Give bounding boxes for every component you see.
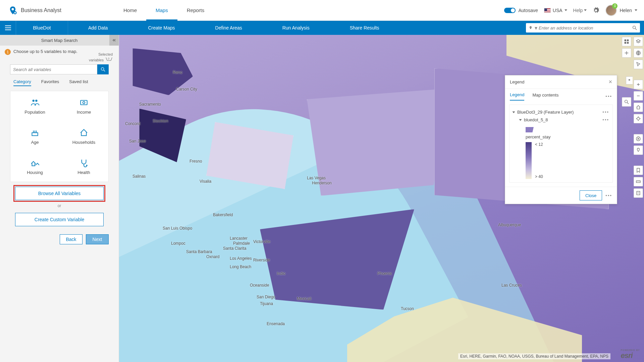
- map-tool-home[interactable]: [634, 103, 643, 112]
- svg-point-0: [14, 11, 16, 14]
- app-logo-block: Business Analyst: [0, 6, 80, 15]
- filter-tab-saved[interactable]: Saved list: [69, 79, 88, 86]
- basket-icon: 0: [105, 57, 113, 62]
- legend-tabs-more[interactable]: •••: [605, 94, 612, 99]
- city-label: Riverside: [253, 258, 270, 262]
- hint-text: Choose up to 5 variables to map.: [13, 49, 77, 54]
- plus-icon: [636, 82, 641, 87]
- legend-tab-contents[interactable]: Map contents: [532, 93, 558, 100]
- legend-panel: Legend × Legend Map contents ••• BlueDot…: [505, 75, 617, 204]
- svg-point-24: [625, 100, 628, 103]
- map-tool-note[interactable]: [634, 188, 643, 198]
- map-tool-measure[interactable]: [634, 177, 643, 186]
- help-menu[interactable]: Help: [573, 8, 587, 13]
- flag-icon: [628, 79, 631, 82]
- category-income[interactable]: Income: [59, 91, 108, 121]
- legend-header: Legend ×: [505, 75, 617, 89]
- project-name[interactable]: BlueDot: [16, 21, 68, 35]
- map-tool-zoom-in[interactable]: [634, 80, 643, 89]
- map-tool-add[interactable]: [622, 48, 631, 58]
- city-label: Concord: [125, 121, 140, 126]
- ramp-min: < 12: [535, 142, 543, 147]
- autosave-toggle[interactable]: Autosave: [504, 8, 538, 13]
- expand-icon: [519, 119, 522, 121]
- layer-more-button[interactable]: •••: [602, 110, 609, 115]
- next-button[interactable]: Next: [86, 234, 109, 244]
- category-population[interactable]: Population: [10, 91, 59, 121]
- category-grid: Population Income Age Households Housing…: [10, 91, 109, 182]
- selected-variables-counter[interactable]: Selected variables 0: [89, 52, 113, 62]
- esri-text: esri: [621, 351, 633, 360]
- category-households[interactable]: Households: [59, 121, 108, 152]
- city-label: Oxnard: [206, 254, 219, 259]
- map-tool-pointer[interactable]: [634, 60, 643, 69]
- map-tool-column-right: [633, 35, 644, 362]
- map-tool-layers[interactable]: [634, 37, 643, 46]
- svg-rect-16: [627, 40, 629, 41]
- city-label: Los Angeles: [230, 256, 252, 261]
- legend-close-footer-button[interactable]: Close: [580, 190, 602, 200]
- filter-tabs: Category Favorites Saved list: [0, 77, 119, 89]
- income-icon: [79, 98, 88, 107]
- svg-rect-17: [625, 42, 626, 44]
- workflow-tab-define-areas[interactable]: Define Areas: [195, 21, 262, 35]
- svg-point-4: [101, 68, 104, 70]
- legend-close-button[interactable]: ×: [608, 78, 612, 85]
- wizard-nav: Back Next: [0, 226, 119, 252]
- variable-search-button[interactable]: [97, 64, 109, 74]
- map-attribution: Esri, HERE, Garmin, FAO, NOAA, USGS, Bur…: [458, 353, 610, 359]
- city-label: Oceanside: [250, 283, 269, 288]
- top-tab-maps[interactable]: Maps: [146, 0, 177, 21]
- map-tool-zoom-out[interactable]: [634, 91, 643, 101]
- variable-search-input[interactable]: [10, 64, 97, 74]
- legend-layer-row[interactable]: BlueDot3_29 (Feature Layer) •••: [513, 108, 609, 116]
- address-search[interactable]: ▾: [526, 23, 640, 33]
- map-side-tab[interactable]: [626, 76, 633, 84]
- layer-more-button[interactable]: •••: [602, 117, 609, 122]
- legend-sublayer-row[interactable]: bluedot_5_8 •••: [513, 116, 609, 124]
- city-label: Tucson: [401, 306, 414, 311]
- city-label: Fresno: [190, 159, 202, 164]
- locale-selector[interactable]: USA: [544, 8, 567, 13]
- user-menu[interactable]: 0 Helen: [605, 5, 637, 16]
- city-label: Palmdale: [233, 241, 250, 246]
- workflow-tab-create-maps[interactable]: Create Maps: [128, 21, 195, 35]
- collapse-sidebar-button[interactable]: [109, 35, 119, 46]
- ruler-icon: [636, 179, 641, 184]
- avatar-icon: 0: [605, 5, 617, 16]
- plus-icon: [624, 50, 629, 56]
- city-label: Las Cruces: [501, 283, 522, 288]
- map-tool-bookmark[interactable]: [634, 166, 643, 175]
- map-tool-pin[interactable]: [634, 145, 643, 155]
- top-right: Autosave USA Help 0 Helen: [504, 5, 644, 16]
- back-button[interactable]: Back: [60, 234, 83, 244]
- map-tool-search[interactable]: [622, 97, 631, 107]
- workflow-tab-share-results[interactable]: Share Results: [330, 21, 399, 35]
- top-tab-reports[interactable]: Reports: [177, 0, 214, 21]
- map-tool-locate[interactable]: [634, 114, 643, 123]
- map-tool-grid[interactable]: [622, 37, 631, 46]
- map-tool-clear[interactable]: [634, 134, 643, 143]
- category-housing[interactable]: Housing: [10, 152, 59, 182]
- address-search-input[interactable]: [539, 25, 632, 31]
- browse-all-variables-button[interactable]: Browse All Variables: [15, 187, 104, 200]
- legend-title: Legend: [510, 79, 524, 84]
- filter-tab-category[interactable]: Category: [13, 79, 31, 86]
- legend-footer-more[interactable]: •••: [605, 193, 612, 198]
- category-age[interactable]: Age: [10, 121, 59, 152]
- create-custom-variable-button[interactable]: Create Custom Variable: [15, 213, 104, 226]
- sidebar: Smart Map Search 1 Choose up to 5 variab…: [0, 35, 119, 362]
- hamburger-button[interactable]: [0, 21, 16, 35]
- legend-body: BlueDot3_29 (Feature Layer) ••• bluedot_…: [509, 105, 613, 183]
- top-tab-home[interactable]: Home: [114, 0, 146, 21]
- legend-swatch: [526, 127, 534, 132]
- workflow-tab-run-analysis[interactable]: Run Analysis: [262, 21, 330, 35]
- filter-tab-favorites[interactable]: Favorites: [41, 79, 59, 86]
- legend-tab-legend[interactable]: Legend: [510, 92, 524, 101]
- settings-button[interactable]: [593, 7, 599, 14]
- map-canvas[interactable]: SacramentoStocktonSan JoseFresnoVisaliaB…: [119, 35, 644, 362]
- category-health[interactable]: Health: [59, 152, 108, 182]
- workflow-tab-add-data[interactable]: Add Data: [68, 21, 128, 35]
- map-tool-basemap[interactable]: [634, 48, 643, 58]
- legend-layer-name: BlueDot3_29 (Feature Layer): [517, 110, 574, 115]
